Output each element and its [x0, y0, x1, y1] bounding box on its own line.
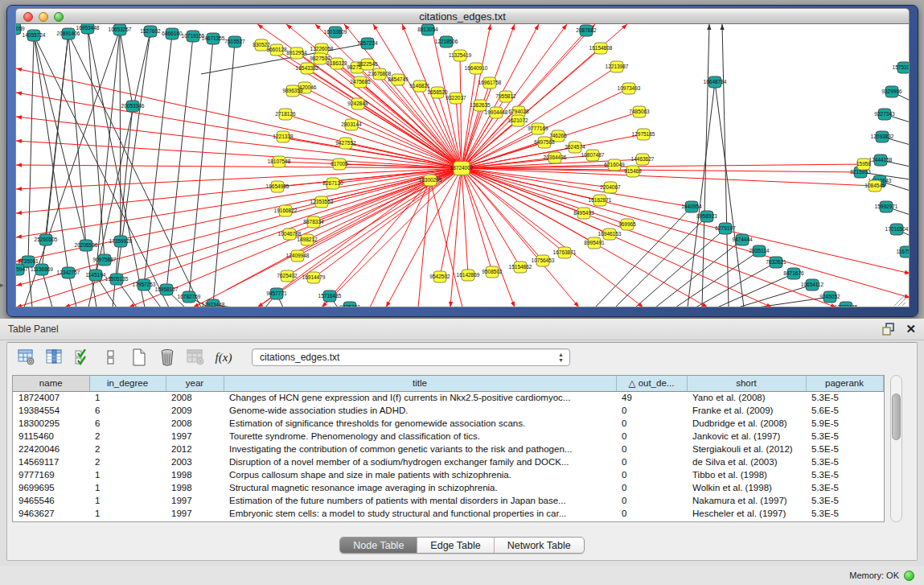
table-cell[interactable]: Tourette syndrome. Phenomenology and cla…: [224, 430, 616, 443]
table-select-dropdown[interactable]: citations_edges.txt ▲▼: [252, 348, 570, 366]
table-cell[interactable]: 1: [89, 391, 166, 404]
table-row[interactable]: 977716911998Corpus callosum shape and si…: [13, 468, 883, 481]
table-cell[interactable]: 1: [89, 468, 166, 481]
table-cell[interactable]: 0: [616, 468, 687, 481]
table-cell[interactable]: Wolkin et al. (1998): [687, 481, 806, 494]
node-table[interactable]: namein_degreeyeartitle△ out_de...shortpa…: [12, 375, 885, 522]
table-cell[interactable]: 1998: [166, 481, 224, 494]
table-cell[interactable]: Changes of HCN gene expression and I(f) …: [224, 391, 616, 404]
table-cell[interactable]: 0: [616, 507, 687, 520]
table-cell[interactable]: 2008: [166, 391, 224, 404]
table-cell[interactable]: 5.6E-5: [806, 404, 883, 417]
table-cell[interactable]: 9777169: [13, 468, 89, 481]
table-row[interactable]: 1938455462009Genome-wide association stu…: [13, 404, 883, 417]
network-canvas[interactable]: 8605059140557242089140616953448106532671…: [15, 24, 910, 307]
table-cell[interactable]: 9699695: [13, 481, 89, 494]
table-cell[interactable]: Corpus callosum shape and size in male p…: [224, 468, 616, 481]
table-cell[interactable]: Genome-wide association studies in ADHD.: [224, 404, 616, 417]
table-settings-icon[interactable]: [17, 348, 36, 367]
float-window-icon[interactable]: [882, 323, 896, 336]
table-cell[interactable]: 2012: [166, 443, 224, 455]
column-header-title[interactable]: title: [224, 376, 616, 391]
table-cell[interactable]: 5.3E-5: [806, 507, 883, 520]
table-cell[interactable]: Nakamura et al. (1997): [687, 494, 806, 507]
network-window[interactable]: citations_edges.txt 86050591405572420891…: [6, 5, 918, 317]
table-cell[interactable]: 5.3E-5: [806, 391, 883, 404]
new-table-icon[interactable]: [129, 348, 149, 367]
table-cell[interactable]: Estimation of the future numbers of pati…: [224, 494, 616, 507]
table-cell[interactable]: 2009: [166, 404, 224, 417]
tab-node-table[interactable]: Node Table: [340, 538, 417, 553]
table-cell[interactable]: Yano et al. (2008): [687, 391, 806, 404]
tab-network-table[interactable]: Network Table: [495, 538, 584, 553]
table-cell[interactable]: Stergiakouli et al. (2012): [687, 443, 806, 455]
table-cell[interactable]: 1: [89, 507, 166, 520]
table-cell[interactable]: 5.3E-5: [806, 494, 883, 507]
table-cell[interactable]: 1997: [166, 430, 224, 443]
table-cell[interactable]: 0: [616, 494, 687, 507]
table-cell[interactable]: 2: [89, 455, 166, 468]
table-cell[interactable]: 0: [616, 481, 687, 494]
delete-table-icon[interactable]: [158, 348, 177, 367]
table-cell[interactable]: 5.3E-5: [806, 430, 883, 443]
table-cell[interactable]: 5.9E-5: [806, 417, 883, 430]
table-cell[interactable]: 6: [89, 404, 166, 417]
table-cell[interactable]: Structural magnetic resonance image aver…: [224, 481, 616, 494]
table-cell[interactable]: Franke et al. (2009): [687, 404, 806, 417]
table-cell[interactable]: Tibbo et al. (1998): [687, 468, 806, 481]
column-header-pagerank[interactable]: pagerank: [806, 376, 883, 391]
close-window-icon[interactable]: [23, 12, 33, 22]
table-scrollbar[interactable]: [890, 375, 902, 522]
table-cell[interactable]: Embryonic stem cells: a model to study s…: [224, 507, 616, 520]
table-cell[interactable]: 1: [89, 481, 166, 494]
table-cell[interactable]: 9115460: [13, 430, 89, 443]
table-cell[interactable]: 9465546: [13, 494, 89, 507]
network-window-titlebar[interactable]: citations_edges.txt: [15, 8, 910, 24]
table-cell[interactable]: 9463627: [13, 507, 89, 520]
table-row[interactable]: 946362711997Embryonic stem cells: a mode…: [13, 507, 883, 520]
table-cell[interactable]: Dudbridge et al. (2008): [687, 417, 806, 430]
tab-edge-table[interactable]: Edge Table: [417, 538, 494, 553]
table-cell[interactable]: 0: [616, 404, 687, 417]
table-cell[interactable]: 1997: [166, 494, 224, 507]
close-panel-icon[interactable]: ✕: [906, 323, 916, 335]
table-cell[interactable]: 22420046: [13, 443, 89, 455]
table-cell[interactable]: 2003: [166, 455, 224, 468]
column-header-year[interactable]: year: [166, 376, 224, 391]
select-all-icon[interactable]: [73, 348, 92, 367]
table-cell[interactable]: 1997: [166, 507, 224, 520]
column-chooser-icon[interactable]: [45, 348, 64, 367]
table-cell[interactable]: 5.3E-5: [806, 455, 883, 468]
table-cell[interactable]: Disruption of a novel member of a sodium…: [224, 455, 616, 468]
minimize-window-icon[interactable]: [39, 12, 48, 22]
table-cell[interactable]: 18300295: [13, 417, 89, 430]
table-cell[interactable]: 1: [89, 494, 166, 507]
table-row[interactable]: 1456911722003Disruption of a novel membe…: [13, 455, 883, 468]
table-cell[interactable]: 2: [89, 430, 166, 443]
table-cell[interactable]: Estimation of significance thresholds fo…: [224, 417, 616, 430]
table-row[interactable]: 969969511998Structural magnetic resonanc…: [13, 481, 883, 494]
table-cell[interactable]: 49: [616, 391, 687, 404]
table-scrollbar-thumb[interactable]: [892, 393, 901, 440]
table-row[interactable]: 911546021997Tourette syndrome. Phenomeno…: [13, 430, 883, 443]
table-cell[interactable]: Investigating the contribution of common…: [224, 443, 616, 455]
table-cell[interactable]: 6: [89, 417, 166, 430]
zoom-window-icon[interactable]: [54, 12, 64, 22]
function-builder-icon[interactable]: f(x): [214, 348, 233, 367]
table-row[interactable]: 2242004622012Investigating the contribut…: [13, 443, 883, 455]
row-height-icon[interactable]: [101, 348, 121, 367]
table-cell[interactable]: 14569117: [13, 455, 89, 468]
table-cell[interactable]: 2: [89, 443, 166, 455]
column-header-short[interactable]: short: [687, 376, 806, 391]
table-cell[interactable]: 5.3E-5: [806, 468, 883, 481]
table-cell[interactable]: 0: [616, 430, 687, 443]
table-cell[interactable]: 5.3E-5: [806, 481, 883, 494]
table-cell[interactable]: 2008: [166, 417, 224, 430]
table-cell[interactable]: 5.5E-5: [806, 443, 883, 455]
table-row[interactable]: 946554611997Estimation of the future num…: [13, 494, 883, 507]
table-cell[interactable]: Jankovic et al. (1997): [687, 430, 806, 443]
table-cell[interactable]: 0: [616, 443, 687, 455]
table-cell[interactable]: Hescheler et al. (1997): [687, 507, 806, 520]
column-header-in_degree[interactable]: in_degree: [89, 376, 166, 391]
table-cell[interactable]: 18724007: [13, 391, 89, 404]
